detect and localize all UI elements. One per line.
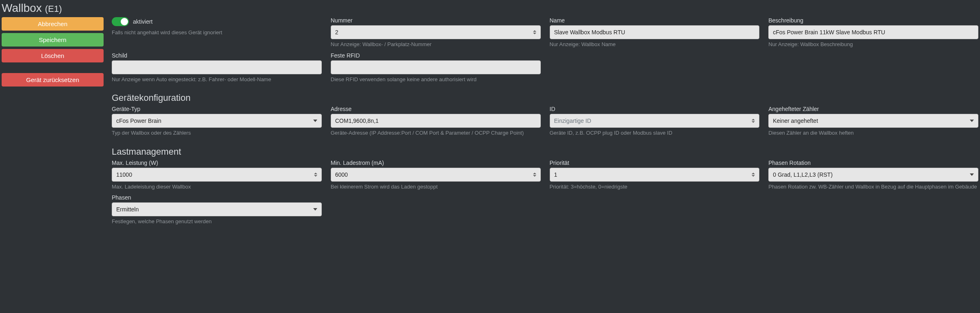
save-button[interactable]: Speichern [2,33,104,47]
field-min-current: Min. Ladestrom (mA) 6000 Bei kleinerem S… [331,160,541,191]
field-id: ID Einzigartige ID Geräte ID, z.B. OCPP … [550,106,760,137]
sidebar: Abbrechen Speichern Löschen Gerät zurück… [2,17,104,229]
phase-rotation-select[interactable]: 0 Grad, L1,L2,L3 (RST) [768,168,978,182]
phases-hint: Festlegen, welche Phasen genutzt werden [112,218,322,225]
address-hint: Geräte-Adresse (IP Addresse:Port / COM P… [331,129,541,137]
spinner-icon [752,173,755,177]
spinner-icon [533,173,536,177]
description-label: Beschreibung [768,17,978,24]
attached-meter-hint: Diesen Zähler an die Wallbox heften [768,129,978,137]
name-input[interactable]: Slave Wallbox Modbus RTU [550,25,760,39]
page-title-main: Wallbox [2,2,42,14]
page-title-sub: (E1) [45,4,62,14]
device-type-hint: Typ der Wallbox oder des Zählers [112,129,322,137]
name-label: Name [550,17,760,24]
priority-input[interactable]: 1 [550,168,760,182]
chevron-down-icon [313,120,317,122]
number-label: Nummer [331,17,541,24]
field-description: Beschreibung cFos Power Brain 11kW Slave… [768,17,978,48]
field-address: Adresse COM1,9600,8n,1 Geräte-Adresse (I… [331,106,541,137]
device-type-label: Geräte-Typ [112,106,322,112]
main-content: aktiviert Falls nicht angehakt wird dies… [112,17,978,229]
field-rfid: Feste RFID Diese RFID verwenden solange … [331,52,541,83]
phase-rotation-label: Phasen Rotation [768,160,978,166]
phase-rotation-hint: Phasen Rotation zw. WB-Zähler und Wallbo… [768,183,978,191]
field-phases: Phasen Ermitteln Festlegen, welche Phase… [112,194,322,225]
field-sign: Schild Nur Anzeige wenn Auto eingesteckt… [112,52,322,83]
delete-button[interactable]: Löschen [2,49,104,62]
field-number: Nummer 2 Nur Anzeige: Wallbox- / Parkpla… [331,17,541,48]
sign-input[interactable] [112,60,322,74]
enabled-toggle[interactable] [112,17,129,26]
max-power-input[interactable]: 11000 [112,168,322,182]
number-input[interactable]: 2 [331,25,541,39]
priority-hint: Priorität: 3=höchste, 0=niedrigste [550,183,760,191]
field-priority: Priorität 1 Priorität: 3=höchste, 0=nied… [550,160,760,191]
address-label: Adresse [331,106,541,112]
id-label: ID [550,106,760,112]
min-current-hint: Bei kleinerem Strom wird das Laden gesto… [331,183,541,191]
number-hint: Nur Anzeige: Wallbox- / Parkplatz-Nummer [331,41,541,48]
name-hint: Nur Anzeige: Wallbox Name [550,41,760,48]
field-enabled: aktiviert Falls nicht angehakt wird dies… [112,17,322,40]
min-current-input[interactable]: 6000 [331,168,541,182]
enabled-hint: Falls nicht angehakt wird dieses Gerät i… [112,29,322,36]
attached-meter-label: Angehefteter Zähler [768,106,978,112]
section-load-management: Lastmanagement [112,147,978,157]
chevron-down-icon [313,208,317,211]
spinner-icon [314,173,317,177]
id-input[interactable]: Einzigartige ID [550,114,760,128]
rfid-input[interactable] [331,60,541,74]
chevron-down-icon [970,173,974,176]
phases-label: Phasen [112,194,322,201]
reset-device-button[interactable]: Gerät zurücksetzen [2,73,104,87]
priority-label: Priorität [550,160,760,166]
sign-hint: Nur Anzeige wenn Auto eingesteckt: z.B. … [112,76,322,83]
field-device-type: Geräte-Typ cFos Power Brain Typ der Wall… [112,106,322,137]
sign-label: Schild [112,52,322,59]
field-attached-meter: Angehefteter Zähler Keiner angeheftet Di… [768,106,978,137]
max-power-hint: Max. Ladeleistung dieser Wallbox [112,183,322,191]
description-hint: Nur Anzeige: Wallbox Beschreibung [768,41,978,48]
chevron-down-icon [970,120,974,122]
rfid-hint: Diese RFID verwenden solange keine ander… [331,76,541,83]
address-input[interactable]: COM1,9600,8n,1 [331,114,541,128]
min-current-label: Min. Ladestrom (mA) [331,160,541,166]
spinner-icon [533,30,536,34]
section-device-config: Gerätekonfiguration [112,93,978,103]
spinner-icon [752,119,755,123]
page-title: Wallbox (E1) [0,0,980,17]
field-max-power: Max. Leistung (W) 11000 Max. Ladeleistun… [112,160,322,191]
field-name: Name Slave Wallbox Modbus RTU Nur Anzeig… [550,17,760,48]
description-input[interactable]: cFos Power Brain 11kW Slave Modbus RTU [768,25,978,39]
field-phase-rotation: Phasen Rotation 0 Grad, L1,L2,L3 (RST) P… [768,160,978,191]
phases-select[interactable]: Ermitteln [112,202,322,216]
cancel-button[interactable]: Abbrechen [2,17,104,31]
max-power-label: Max. Leistung (W) [112,160,322,166]
device-type-select[interactable]: cFos Power Brain [112,114,322,128]
attached-meter-select[interactable]: Keiner angeheftet [768,114,978,128]
enabled-label: aktiviert [133,18,153,25]
id-hint: Geräte ID, z.B. OCPP plug ID oder Modbus… [550,129,760,137]
rfid-label: Feste RFID [331,52,541,59]
